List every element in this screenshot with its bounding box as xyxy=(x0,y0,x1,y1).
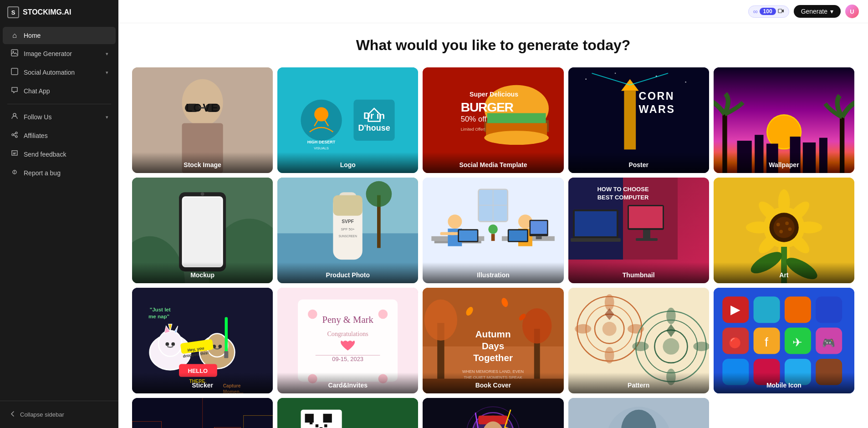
grid-item-social-media-template[interactable]: Super Delicious BURGER 50% off Limited O… xyxy=(423,67,563,173)
sidebar: S STOCKIMG.AI ⌂ Home Image Generator ▾ S… xyxy=(0,0,118,428)
svg-point-167 xyxy=(424,300,457,341)
sidebar-item-follow-us[interactable]: Follow Us ▾ xyxy=(3,108,116,126)
svg-text:Peny & Mark: Peny & Mark xyxy=(322,315,374,325)
grid-item-illustration[interactable]: Illustration xyxy=(423,178,563,283)
svg-rect-219 xyxy=(132,421,161,428)
chevron-down-icon: ▾ xyxy=(106,70,108,76)
sidebar-item-image-generator[interactable]: Image Generator ▾ xyxy=(3,45,116,63)
svg-text:Autumn: Autumn xyxy=(475,329,511,339)
svg-text:SPF 50+: SPF 50+ xyxy=(341,227,355,231)
sidebar-item-send-feedback[interactable]: Send feedback xyxy=(3,145,116,163)
grid-item-row4d[interactable] xyxy=(568,398,709,428)
svg-text:🔴: 🔴 xyxy=(729,336,742,349)
svg-rect-93 xyxy=(531,221,547,234)
grid-item-stock-image[interactable]: LOVE Stock Image xyxy=(132,67,273,173)
svg-point-1 xyxy=(13,51,14,52)
grid-item-poster[interactable]: CORN WARS Poster xyxy=(568,67,709,173)
grid-item-row4a[interactable] xyxy=(132,398,273,428)
svg-point-95 xyxy=(489,224,498,234)
sidebar-nav: ⌂ Home Image Generator ▾ Social Automati… xyxy=(0,25,118,401)
svg-text:Dr in: Dr in xyxy=(363,110,385,121)
svg-text:09-15, 2023: 09-15, 2023 xyxy=(332,356,363,362)
svg-point-136 xyxy=(171,342,175,346)
collapse-icon xyxy=(9,410,16,419)
credits-badge: ∞ 100 xyxy=(748,5,789,18)
svg-text:Days: Days xyxy=(482,341,504,351)
svg-point-193 xyxy=(666,308,676,324)
grid-item-row4b[interactable] xyxy=(277,398,418,428)
svg-point-185 xyxy=(604,347,614,363)
sidebar-item-social-automation[interactable]: Social Automation ▾ xyxy=(3,63,116,82)
grid-item-thumbnail[interactable]: HOW TO CHOOSE BEST COMPUTER Thumbnail xyxy=(568,178,709,283)
grid-item-label: Social Media Template xyxy=(423,152,563,173)
grid-item-label: Product Photo xyxy=(277,262,418,283)
svg-rect-18 xyxy=(205,104,220,112)
svg-rect-96 xyxy=(491,234,495,241)
grid-item-mobile-icon[interactable]: ▶ f xyxy=(714,288,854,393)
sidebar-item-chat-app[interactable]: Chat App xyxy=(3,82,116,100)
svg-text:f: f xyxy=(765,335,768,349)
grid-item-label: Poster xyxy=(568,152,709,173)
follow-icon xyxy=(10,112,19,122)
main-content: ∞ 100 Generate ▾ U What would you like t… xyxy=(118,0,868,428)
svg-text:WARS: WARS xyxy=(638,103,675,115)
collapse-label: Collapse sidebar xyxy=(20,411,64,418)
svg-text:"Just let: "Just let xyxy=(150,306,171,312)
svg-rect-233 xyxy=(310,421,312,424)
bug-icon xyxy=(10,168,19,178)
svg-text:VISUALS: VISUALS xyxy=(314,146,329,150)
svg-point-132 xyxy=(158,331,182,357)
grid-item-label: Book Cover xyxy=(423,372,563,393)
generate-button[interactable]: Generate ▾ xyxy=(794,5,841,18)
svg-rect-103 xyxy=(575,211,617,236)
svg-point-122 xyxy=(773,217,794,238)
home-icon: ⌂ xyxy=(10,31,19,40)
grid-item-row4c[interactable] xyxy=(423,398,563,428)
svg-point-115 xyxy=(746,222,772,234)
sidebar-item-home[interactable]: ⌂ Home xyxy=(3,27,116,44)
svg-text:SVPF: SVPF xyxy=(342,219,354,224)
svg-point-125 xyxy=(779,230,783,234)
grid-item-pattern[interactable]: Pattern xyxy=(568,288,709,393)
grid-item-wallpaper[interactable]: Wallpaper xyxy=(714,67,854,173)
grid-item-art[interactable]: Art xyxy=(714,178,854,283)
svg-point-141 xyxy=(218,345,222,348)
grid-item-label: Thumbnail xyxy=(568,262,709,283)
sidebar-item-report-bug[interactable]: Report a bug xyxy=(3,164,116,182)
grid-item-sticker[interactable]: "Just let me nap" Capture Momen... HELLO… xyxy=(132,288,273,393)
svg-line-7 xyxy=(14,133,15,134)
svg-text:D'house: D'house xyxy=(358,123,390,132)
svg-rect-17 xyxy=(185,104,199,112)
svg-point-116 xyxy=(796,222,822,234)
user-avatar[interactable]: U xyxy=(845,5,859,18)
svg-point-11 xyxy=(14,173,15,174)
social-automation-icon xyxy=(10,68,19,77)
grid-item-book-cover[interactable]: Autumn Days Together WHEN MEMORIES LAND,… xyxy=(423,288,563,393)
collapse-sidebar-button[interactable]: Collapse sidebar xyxy=(5,407,114,423)
generate-chevron: ▾ xyxy=(830,8,833,15)
app-logo[interactable]: S STOCKIMG.AI xyxy=(0,0,118,25)
svg-point-157 xyxy=(378,309,388,319)
sidebar-item-affiliates[interactable]: Affiliates xyxy=(3,127,116,145)
grid-item-logo[interactable]: HIGH DESERT VISUALS Dr in D'house Logo xyxy=(277,67,418,173)
grid-item-card-invites[interactable]: Peny & Mark Congratulations 09-15, 2023 … xyxy=(277,288,418,393)
svg-point-192 xyxy=(663,338,679,355)
svg-rect-31 xyxy=(487,113,546,123)
category-grid: LOVE Stock Image xyxy=(132,67,854,428)
svg-point-5 xyxy=(15,132,17,134)
svg-point-3 xyxy=(13,113,16,116)
svg-text:me nap": me nap" xyxy=(148,314,169,319)
svg-point-39 xyxy=(585,78,587,80)
svg-rect-230 xyxy=(323,413,332,422)
svg-rect-235 xyxy=(324,424,327,427)
grid-item-product-photo[interactable]: SVPF SPF 50+ SUNSCREEN Product Photo xyxy=(277,178,418,283)
svg-rect-74 xyxy=(333,195,363,216)
svg-point-184 xyxy=(604,294,614,311)
logo-icon: S xyxy=(7,6,19,18)
grid-item-label: Wallpaper xyxy=(714,152,854,173)
page-title: What would you like to generate today? xyxy=(132,37,854,54)
image-generator-icon xyxy=(10,49,19,58)
svg-rect-203 xyxy=(816,296,842,323)
svg-rect-106 xyxy=(629,206,663,228)
grid-item-mockup[interactable]: Mockup xyxy=(132,178,273,283)
